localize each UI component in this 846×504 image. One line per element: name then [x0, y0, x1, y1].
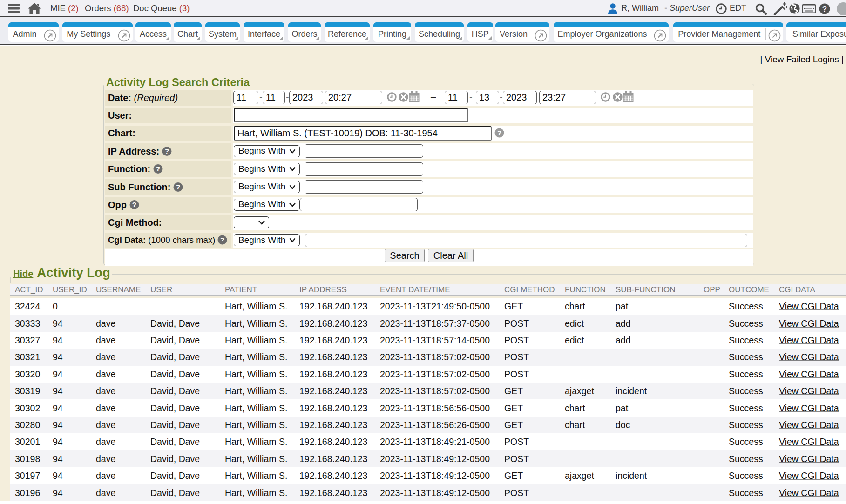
svg-text:?: ?	[176, 183, 180, 191]
svg-text:?: ?	[220, 236, 224, 244]
svg-text:?: ?	[164, 147, 169, 155]
svg-text:?: ?	[822, 5, 827, 13]
svg-text:?: ?	[156, 165, 160, 173]
svg-text:?: ?	[132, 201, 136, 208]
svg-text:?: ?	[497, 128, 501, 136]
